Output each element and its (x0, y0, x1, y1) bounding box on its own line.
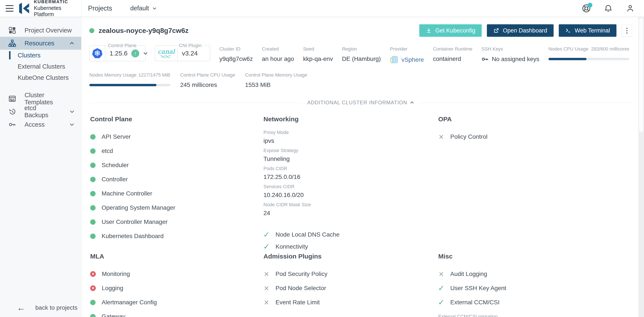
status-item: User SSH Key Agent (438, 281, 626, 295)
provider-value[interactable]: vSphere (402, 56, 424, 63)
notifications-bell-icon[interactable] (604, 4, 613, 13)
status-icon (264, 271, 270, 277)
cluster-health-status-dot (89, 28, 94, 33)
status-item: Monitoring (90, 267, 257, 281)
section-mla: MLA Monitoring Logging Alertmanager Conf… (90, 253, 264, 317)
section-title: Admission Plugins (264, 253, 432, 260)
field-label: External CCM/CSI migration (438, 314, 626, 317)
web-terminal-button[interactable]: Web Terminal (559, 24, 616, 37)
back-to-projects-link[interactable]: ← back to projects (0, 299, 81, 317)
project-selector[interactable]: default (130, 5, 157, 12)
vertical-scrollbar[interactable] (638, 17, 644, 317)
status-item: Node Local DNS Cache (264, 229, 432, 241)
status-item: Pod Node Selector (264, 281, 432, 295)
chevron-down-icon (152, 7, 157, 10)
usage-value: 1227/1475 MiB (138, 72, 170, 78)
cluster-summary-row: Control Plane 1.25.6 ↑ (89, 45, 632, 64)
status-label: Node Local DNS Cache (276, 231, 340, 238)
status-icon (90, 205, 96, 211)
chevron-down-icon[interactable] (143, 52, 148, 55)
fact-provider: Provider vSphere (390, 45, 424, 64)
fact-region: Region DE (Hamburg) (342, 45, 381, 62)
brand-title: KUBERMATIC (34, 0, 81, 4)
sidebar-item-label: Clusters (18, 52, 40, 59)
cni-plugin-box: CNI Plugin canal v3.24 (155, 45, 210, 61)
fact-value: 245 millicores (180, 81, 235, 88)
project-selector-value: default (130, 5, 149, 12)
misc-field: External CCM/CSI migration Not Needed (438, 314, 626, 317)
brand-text: KUBERMATIC Kubernetes Platform (34, 0, 81, 17)
status-item: Policy Control (438, 130, 626, 144)
status-item: Audit Logging (438, 267, 626, 281)
terminal-icon (565, 27, 571, 33)
fact-value: DE (Hamburg) (342, 55, 381, 62)
status-item: Alertmanager Config (90, 295, 257, 310)
sidebar-item-label: etcd Backups (24, 104, 61, 119)
sidebar-item-cluster-templates[interactable]: Cluster Templates (0, 92, 81, 105)
more-options-kebab-icon[interactable] (622, 24, 632, 37)
fact-label: SSH Keys (482, 46, 540, 52)
cluster-actions: Get Kubeconfig Open Dashboard Web Termin… (419, 24, 632, 37)
status-icon (264, 232, 270, 238)
fact-cluster-id: Cluster ID y9q8g7cw6z (219, 45, 253, 62)
section-control-plane: Control Plane API Server etcd Scheduler … (90, 115, 264, 253)
sidebar-item-resources[interactable]: Resources (0, 37, 81, 50)
help-icon[interactable] (582, 4, 591, 13)
status-item: etcd (90, 144, 257, 158)
open-dashboard-button[interactable]: Open Dashboard (487, 24, 554, 37)
status-label: Machine Controller (102, 190, 152, 197)
get-kubeconfig-button[interactable]: Get Kubeconfig (419, 24, 482, 37)
status-item: API Server (90, 130, 257, 144)
help-badge (588, 3, 592, 7)
header-actions (582, 0, 644, 16)
upgrade-available-icon[interactable]: ↑ (131, 49, 139, 57)
sidebar-item-access[interactable]: Access (0, 118, 81, 131)
sidebar-item-label: Cluster Templates (24, 92, 74, 106)
status-item: Gateway (90, 310, 257, 317)
scrollbar-thumb[interactable] (639, 18, 644, 132)
sidebar-item-label: Resources (24, 40, 54, 47)
status-icon (90, 134, 96, 140)
networking-field: Proxy Mode ipvs (264, 130, 432, 144)
field-value: 24 (264, 210, 432, 217)
control-plane-version-box: Control Plane 1.25.6 ↑ (89, 45, 146, 61)
open-dashboard-label: Open Dashboard (503, 27, 547, 34)
status-label: etcd (102, 148, 113, 154)
fact-label: Created (262, 46, 294, 52)
get-kubeconfig-label: Get Kubeconfig (435, 27, 475, 34)
additional-info-label: ADDITIONAL CLUSTER INFORMATION (307, 100, 407, 106)
section-opa: OPA Policy Control (438, 115, 632, 253)
additional-info-sections: Control Plane API Server etcd Scheduler … (89, 115, 632, 317)
field-label: Expose Strategy (264, 148, 432, 153)
sidebar-item-kubeone-clusters[interactable]: KubeOne Clusters (0, 72, 81, 83)
networking-field: Pods CIDR 172.25.0.0/16 (264, 166, 432, 180)
field-label: Node CIDR Mask Size (264, 202, 432, 208)
status-label: Gateway (102, 313, 126, 317)
status-icon (438, 285, 444, 291)
sidebar: Project Overview Resources Clusters Exte… (0, 17, 81, 317)
status-icon (90, 234, 96, 239)
cni-plugin-version-value: v3.24 (182, 50, 198, 57)
kubernetes-icon (90, 46, 105, 61)
user-icon[interactable] (626, 4, 635, 13)
fact-label: Cluster ID (219, 46, 253, 52)
top-bar: KUBERMATIC Kubernetes Platform Projects … (0, 0, 644, 17)
fact-value: kkp-qa-env (303, 55, 333, 62)
additional-info-toggle[interactable]: ADDITIONAL CLUSTER INFORMATION (307, 100, 414, 106)
fact-label: Seed (303, 46, 333, 52)
networking-features: Node Local DNS Cache Konnectivity (264, 229, 432, 253)
sidebar-item-etcd-backups[interactable]: etcd Backups (0, 105, 81, 118)
status-icon (438, 134, 444, 140)
usage-value: 283/600 millicores (591, 46, 629, 52)
fact-label: Provider (390, 46, 424, 52)
sidebar-item-external-clusters[interactable]: External Clusters (0, 61, 81, 72)
status-label: Kubernetes Dashboard (102, 233, 164, 240)
fact-value: 1553 MiB (245, 81, 307, 88)
sidebar-item-clusters[interactable]: Clusters (0, 50, 81, 61)
section-admission-plugins: Admission Plugins Pod Security Policy Po… (264, 253, 438, 317)
hamburger-menu-icon[interactable] (6, 5, 14, 11)
sidebar-item-project-overview[interactable]: Project Overview (0, 24, 81, 37)
status-label: Policy Control (450, 133, 488, 140)
status-icon (90, 163, 96, 168)
fact-value: containerd (433, 55, 472, 62)
